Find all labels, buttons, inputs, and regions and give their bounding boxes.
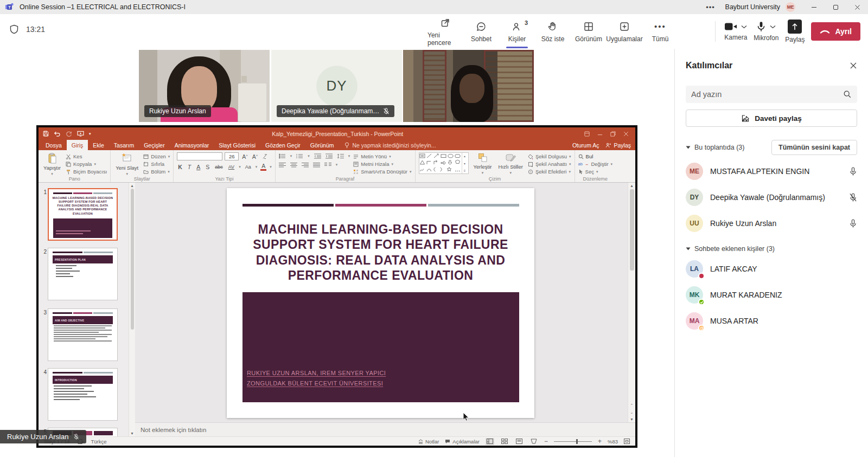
leave-button[interactable]: Ayrıl [811,22,860,41]
slide-thumb-3[interactable]: AIM AND OBJECTIVE [48,308,118,361]
shape-effects-button[interactable]: Şekil Efektleri▾ [528,169,571,175]
grow-font-button[interactable]: A˄ [241,153,249,160]
redo-icon[interactable] [66,131,72,137]
decrease-indent-icon[interactable] [314,153,321,159]
layout-button[interactable]: Düzen▾ [143,153,170,159]
tab-giris[interactable]: Giriş [67,140,88,150]
mic-chevron-icon[interactable] [770,25,776,29]
change-case-button[interactable]: Aa [244,164,252,170]
start-slideshow-icon[interactable] [77,131,84,137]
underline-button[interactable]: A [195,164,201,170]
section-in-meeting[interactable]: Bu toplantıda (3) [686,144,744,151]
maximize-button[interactable] [825,0,846,14]
share-invite-button[interactable]: Daveti paylaş [686,110,857,127]
tab-tasarim[interactable]: Tasarım [109,140,139,150]
quick-styles-button[interactable]: Hızlı Stiller ▾ [497,152,525,176]
participant-row[interactable]: UU Rukiye Uzun Arslan [686,210,857,236]
thumbnail-scrollbar[interactable]: ▲ ▼ [129,183,135,436]
slide-subtitle-box[interactable]: RUKIYE UZUN ARSLAN, IREM SENYER YAPICI Z… [242,292,519,402]
mic-on-icon[interactable] [849,167,857,176]
slide-title-text[interactable]: MACHINE LEARNING-BASED DECISION SUPPORT … [247,222,514,283]
slide-canvas[interactable]: MACHINE LEARNING-BASED DECISION SUPPORT … [227,188,534,418]
mute-all-button[interactable]: Tümünün sesini kapat [771,140,857,155]
new-window-button[interactable]: Yeni pencere [427,16,463,47]
participant-row[interactable]: DY Deepika Yawale (Doğrulanmamış) [686,184,857,210]
shrink-font-button[interactable]: A˅ [251,153,259,160]
zoom-out-button[interactable]: − [544,437,548,445]
scroll-up-icon[interactable]: ▲ [630,184,634,188]
align-center-icon[interactable] [290,162,297,168]
numbered-list-icon[interactable] [296,153,303,159]
align-left-icon[interactable] [279,162,286,168]
shape-outline-button[interactable]: Şekil Anahattı▾ [528,161,571,167]
ppt-close-icon[interactable] [623,131,629,137]
text-shadow-button[interactable]: S [205,164,210,170]
tab-animasyonlar[interactable]: Animasyonlar [170,140,214,150]
tell-me-box[interactable]: Ne yapmak istediğinizi söyleyin... [339,140,442,150]
participant-row[interactable]: LA LATIF AKCAY [686,256,857,282]
bold-button[interactable]: K [177,164,183,170]
language-status[interactable]: Türkçe [91,439,107,445]
tab-ekle[interactable]: Ekle [88,140,108,150]
smartart-button[interactable]: SmartArt'a Dönüştür▾ [353,169,411,175]
slide-thumb-2[interactable]: PRESENTATION PLAN [48,248,118,300]
undo-icon[interactable] [54,131,61,137]
ppt-share-button[interactable]: Paylaş [605,142,631,149]
more-actions-button[interactable]: ••• Tümü [642,16,678,47]
qat-customize-icon[interactable]: ▾ [89,132,91,136]
select-button[interactable]: Seç▾ [578,169,613,175]
video-tile-deepika[interactable]: DY Deepika Yawale (Doğrulanmam… [271,50,402,122]
copy-button[interactable]: Kopyala▾ [66,161,107,167]
columns-icon[interactable] [324,162,331,168]
shapes-gallery[interactable]: ▴▾≡ [419,152,469,174]
slide-thumb-1[interactable]: MACHINE LEARNING-BASED DECISION SUPPORT … [48,188,118,241]
user-avatar[interactable]: ME [786,2,795,12]
slide-sorter-view-button[interactable] [500,438,509,445]
char-spacing-button[interactable]: AV [227,164,235,170]
view-button[interactable]: Görünüm [571,16,607,47]
zoom-level[interactable]: %83 [608,439,618,445]
reset-button[interactable]: Sıfırla [143,161,170,167]
camera-chevron-icon[interactable] [741,25,747,29]
clear-formatting-button[interactable] [261,154,269,159]
tab-gozden-gecir[interactable]: Gözden Geçir [260,140,305,150]
zoom-in-button[interactable]: + [598,437,602,445]
mic-muted-icon[interactable] [849,193,857,202]
sign-in-link[interactable]: Oturum Aç [572,142,599,149]
new-slide-button[interactable]: Yeni Slayt ▾ [114,152,140,177]
slide-thumb-4[interactable]: INTRODUCTION [48,368,118,421]
ppt-minimize-icon[interactable] [597,131,603,137]
align-text-button[interactable]: Metni Hizala▾ [353,161,411,167]
minimize-button[interactable] [803,0,825,14]
close-button[interactable] [846,0,868,14]
titlebar-more-icon[interactable]: ••• [701,3,720,11]
participant-row[interactable]: ME MUSTAFA ALPTEKIN ENGIN [686,158,857,184]
people-button[interactable]: 3 Kişiler [499,16,535,47]
font-name-box[interactable] [177,152,222,160]
save-icon[interactable] [43,131,49,137]
scroll-up-icon[interactable]: ▲ [130,184,134,188]
arrange-button[interactable]: Yerleştir ▾ [472,152,494,176]
participant-search[interactable] [686,86,857,103]
participant-row[interactable]: MA MUSA ARTAR [686,308,857,334]
video-tile-rukiye[interactable]: Rukiye Uzun Arslan [139,50,270,122]
reading-view-button[interactable] [515,438,524,445]
ppt-restore-icon[interactable] [610,131,616,137]
participant-row[interactable]: MK MURAT KARADENIZ [686,282,857,308]
replace-button[interactable]: ab↔ Değiştir▾ [578,161,613,167]
chat-button[interactable]: Sohbet [463,16,499,47]
font-size-box[interactable]: 26 [225,152,239,160]
format-painter-button[interactable]: Biçim Boyacısı [66,169,107,175]
apps-button[interactable]: Uygulamalar [607,16,642,47]
tab-dosya[interactable]: Dosya [41,140,67,150]
align-right-icon[interactable] [302,162,309,168]
cut-button[interactable]: Kes [66,153,107,159]
zoom-slider[interactable] [554,441,592,442]
italic-button[interactable]: T [187,164,192,170]
panel-close-icon[interactable] [850,62,857,69]
mic-on-icon[interactable] [849,219,857,228]
find-button[interactable]: Bul [578,153,613,159]
tab-slayt-gosterisi[interactable]: Slayt Gösterisi [214,140,260,150]
notes-toggle[interactable]: Notlar [418,439,439,445]
video-tile-participant3[interactable] [403,50,534,122]
